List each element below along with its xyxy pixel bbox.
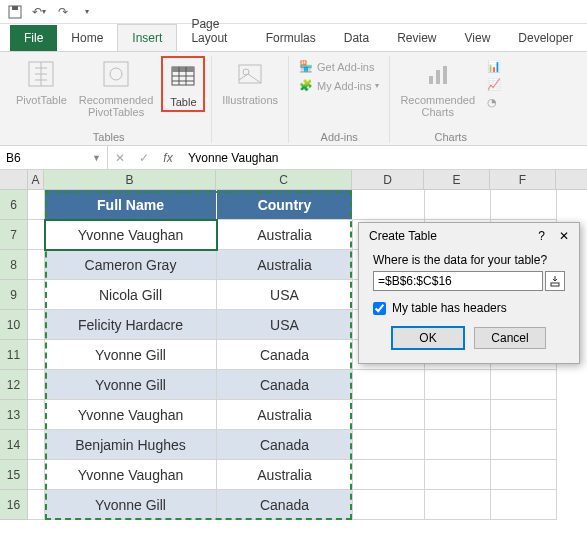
tab-review[interactable]: Review xyxy=(383,25,450,51)
header-cell[interactable]: Full Name xyxy=(45,190,217,220)
tab-view[interactable]: View xyxy=(451,25,505,51)
tab-data[interactable]: Data xyxy=(330,25,383,51)
cell[interactable] xyxy=(353,370,425,400)
undo-icon[interactable]: ↶▾ xyxy=(30,3,48,21)
data-cell[interactable]: USA xyxy=(217,310,353,340)
cell[interactable] xyxy=(425,400,491,430)
cell[interactable] xyxy=(28,340,45,370)
collapse-dialog-icon[interactable] xyxy=(545,271,565,291)
cell[interactable] xyxy=(28,490,45,520)
col-head-c[interactable]: C xyxy=(216,170,352,189)
cell[interactable] xyxy=(491,430,557,460)
save-icon[interactable] xyxy=(6,3,24,21)
cell[interactable] xyxy=(491,190,557,220)
cell[interactable] xyxy=(28,430,45,460)
row-head[interactable]: 15 xyxy=(0,460,28,490)
cell[interactable] xyxy=(353,490,425,520)
data-cell[interactable]: Australia xyxy=(217,460,353,490)
cell[interactable] xyxy=(425,370,491,400)
qat-dropdown-icon[interactable]: ▾ xyxy=(78,3,96,21)
data-cell[interactable]: Canada xyxy=(217,430,353,460)
redo-icon[interactable]: ↷ xyxy=(54,3,72,21)
data-cell[interactable]: Canada xyxy=(217,340,353,370)
cell[interactable] xyxy=(28,400,45,430)
name-box[interactable]: B6 ▼ xyxy=(0,146,108,169)
cancel-formula-icon[interactable]: ✕ xyxy=(108,151,132,165)
row-head[interactable]: 14 xyxy=(0,430,28,460)
data-cell[interactable]: Australia xyxy=(217,400,353,430)
tab-page-layout[interactable]: Page Layout xyxy=(177,11,251,51)
cell[interactable] xyxy=(28,280,45,310)
row-head[interactable]: 7 xyxy=(0,220,28,250)
cell[interactable] xyxy=(353,460,425,490)
ok-button[interactable]: OK xyxy=(392,327,464,349)
data-cell[interactable]: Canada xyxy=(217,490,353,520)
chevron-down-icon[interactable]: ▼ xyxy=(92,153,101,163)
data-cell[interactable]: Felicity Hardacre xyxy=(45,310,217,340)
data-cell[interactable]: Benjamin Hughes xyxy=(45,430,217,460)
cell[interactable] xyxy=(425,190,491,220)
data-cell[interactable]: Cameron Gray xyxy=(45,250,217,280)
range-input[interactable] xyxy=(373,271,543,291)
cell[interactable] xyxy=(353,400,425,430)
row-head[interactable]: 6 xyxy=(0,190,28,220)
help-icon[interactable]: ? xyxy=(538,229,545,243)
col-head-e[interactable]: E xyxy=(424,170,490,189)
recommended-charts-button[interactable]: Recommended Charts xyxy=(396,56,479,120)
data-cell[interactable]: Canada xyxy=(217,370,353,400)
table-button[interactable]: Table xyxy=(161,56,205,112)
cell[interactable] xyxy=(28,190,45,220)
cancel-button[interactable]: Cancel xyxy=(474,327,546,349)
tab-formulas[interactable]: Formulas xyxy=(252,25,330,51)
illustrations-button[interactable]: Illustrations xyxy=(218,56,282,108)
data-cell[interactable]: Nicola Gill xyxy=(45,280,217,310)
cell[interactable] xyxy=(491,370,557,400)
data-cell[interactable]: Yvonne Vaughan xyxy=(45,400,217,430)
row-head[interactable]: 8 xyxy=(0,250,28,280)
cell[interactable] xyxy=(491,460,557,490)
enter-formula-icon[interactable]: ✓ xyxy=(132,151,156,165)
cell[interactable] xyxy=(425,490,491,520)
data-cell[interactable]: Yvonne Gill xyxy=(45,490,217,520)
fx-icon[interactable]: fx xyxy=(156,151,180,165)
headers-checkbox[interactable] xyxy=(373,302,386,315)
tab-developer[interactable]: Developer xyxy=(504,25,587,51)
cell[interactable] xyxy=(425,460,491,490)
cell[interactable] xyxy=(28,460,45,490)
tab-file[interactable]: File xyxy=(10,25,57,51)
col-head-f[interactable]: F xyxy=(490,170,556,189)
row-head[interactable]: 12 xyxy=(0,370,28,400)
cell[interactable] xyxy=(491,400,557,430)
close-icon[interactable]: ✕ xyxy=(559,229,569,243)
select-all-corner[interactable] xyxy=(0,170,28,189)
pivottable-button[interactable]: PivotTable xyxy=(12,56,71,108)
chart-type-3[interactable]: ◔ xyxy=(483,94,505,111)
cell[interactable] xyxy=(28,250,45,280)
row-head[interactable]: 9 xyxy=(0,280,28,310)
headers-checkbox-row[interactable]: My table has headers xyxy=(373,301,565,315)
data-cell[interactable]: Yvonne Vaughan xyxy=(45,460,217,490)
my-addins-button[interactable]: 🧩 My Add-ins ▾ xyxy=(295,77,383,94)
col-head-d[interactable]: D xyxy=(352,170,424,189)
cell[interactable] xyxy=(491,490,557,520)
row-head[interactable]: 11 xyxy=(0,340,28,370)
header-cell[interactable]: Country xyxy=(217,190,353,220)
get-addins-button[interactable]: 🏪 Get Add-ins xyxy=(295,58,383,75)
row-head[interactable]: 10 xyxy=(0,310,28,340)
data-cell[interactable]: USA xyxy=(217,280,353,310)
cell[interactable] xyxy=(353,430,425,460)
data-cell[interactable]: Yvonne Gill xyxy=(45,370,217,400)
data-cell[interactable]: Yvonne Gill xyxy=(45,340,217,370)
chart-type-2[interactable]: 📈 xyxy=(483,76,505,93)
cell[interactable] xyxy=(28,220,45,250)
cell[interactable] xyxy=(28,310,45,340)
cell[interactable] xyxy=(425,430,491,460)
data-cell[interactable]: Yvonne Vaughan xyxy=(45,220,217,250)
tab-insert[interactable]: Insert xyxy=(117,24,177,51)
tab-home[interactable]: Home xyxy=(57,25,117,51)
row-head[interactable]: 13 xyxy=(0,400,28,430)
data-cell[interactable]: Australia xyxy=(217,250,353,280)
col-head-a[interactable]: A xyxy=(28,170,44,189)
cell[interactable] xyxy=(353,190,425,220)
chart-type-1[interactable]: 📊 xyxy=(483,58,505,75)
